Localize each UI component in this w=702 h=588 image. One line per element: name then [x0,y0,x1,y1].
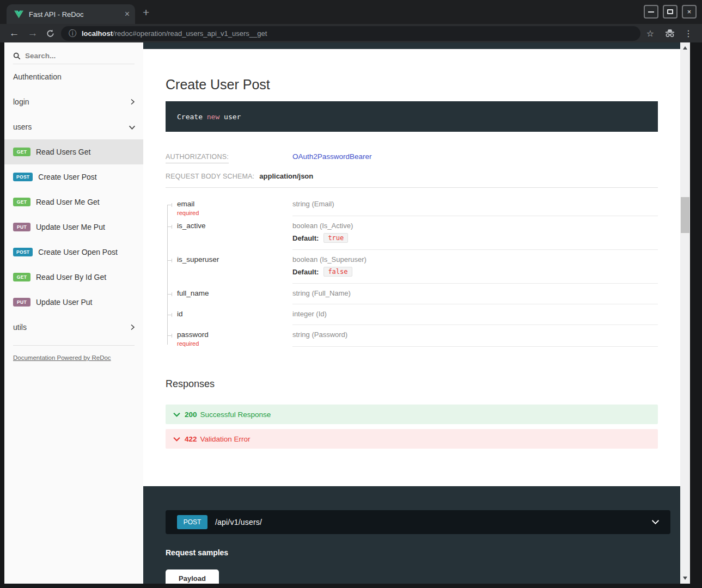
field-row-is-active: is_active boolean (Is_Active) Default: t… [166,216,658,250]
schema-fields-table: email required string (Email) is_active … [166,194,658,347]
http-method-badge: GET [13,273,30,281]
field-name: email [177,200,292,208]
field-row-full-name: full_name string (Full_Name) [166,284,658,304]
response-422-banner[interactable]: 422 Validation Error [166,429,658,449]
required-flag: required [177,210,292,216]
http-method-badge: GET [13,148,30,156]
oauth2-link[interactable]: OAuth2PasswordBearer [292,152,372,161]
sidebar-item-read-users-get[interactable]: GET Read Users Get [4,139,143,164]
chevron-down-icon [173,437,180,442]
response-code: 200 [185,411,197,419]
sidebar-item-update-user-me-put[interactable]: PUT Update User Me Put [4,215,143,240]
response-code: 422 [185,435,197,443]
sidebar-item-authentication[interactable]: Authentication [4,64,143,89]
tab-title: Fast API - ReDoc [29,10,125,19]
field-row-email: email required string (Email) [166,194,658,216]
url-host: localhost [82,29,113,38]
tab-close-icon[interactable]: × [125,10,130,19]
highlighted-token: new [207,113,219,121]
browser-tab[interactable]: Fast API - ReDoc × [7,4,135,24]
site-info-icon[interactable]: ⓘ [69,29,76,39]
http-method-badge: POST [177,515,207,529]
field-name: password [177,330,292,339]
field-name: is_active [177,222,292,230]
search-icon [13,52,21,60]
field-type: integer (Id) [292,310,658,318]
sidebar-item-create-user-post[interactable]: POST Create User Post [4,164,143,189]
chevron-right-icon [129,99,136,105]
response-label: Successful Response [200,411,271,419]
sidebar-item-read-user-me-get[interactable]: GET Read User Me Get [4,189,143,215]
default-value-chip: false [323,267,352,277]
chevron-down-icon [173,412,180,417]
field-row-id: id integer (Id) [166,304,658,325]
request-samples-title: Request samples [166,548,670,557]
sidebar: Search... Authentication login users GET… [4,42,143,584]
field-name: full_name [177,289,292,297]
http-method-badge: GET [13,198,30,206]
default-value-chip: true [323,233,348,243]
scrollbar-track[interactable] [680,42,690,584]
sidebar-item-update-user-put[interactable]: PUT Update User Put [4,290,143,315]
scrollbar-up-icon[interactable] [683,46,687,50]
chevron-right-icon [129,324,136,330]
field-name: id [177,310,292,318]
field-type: boolean (Is_Superuser) [292,255,658,264]
endpoint-path: /api/v1/users/ [215,518,262,526]
sidebar-item-utils[interactable]: utils [4,315,143,340]
favicon-vue-icon [14,10,23,19]
request-body-schema-row: REQUEST BODY SCHEMA: application/json [166,172,658,188]
sidebar-item-read-user-by-id-get[interactable]: GET Read User By Id Get [4,265,143,290]
chevron-down-icon [129,124,136,131]
sidebar-item-login[interactable]: login [4,89,143,114]
reload-icon[interactable] [42,26,58,41]
url-path: /redoc#operation/read_users_api_v1_users… [113,29,267,38]
operation-description-code: Create new user [166,101,658,132]
field-row-is-superuser: is_superuser boolean (Is_Superuser) Defa… [166,250,658,284]
close-button[interactable]: × [682,5,697,19]
default-label: Default: [292,234,319,242]
scrollbar-thumb[interactable] [681,197,689,233]
back-icon[interactable]: ← [7,26,22,41]
chevron-down-icon [651,519,660,525]
new-tab-button[interactable]: + [143,6,149,19]
http-method-badge: PUT [13,223,30,231]
field-row-password: password required string (Password) [166,325,658,347]
browser-menu-icon[interactable]: ⋮ [681,26,696,41]
authorizations-row: AUTHORIZATIONS: OAuth2PasswordBearer [166,151,658,161]
maximize-button[interactable] [663,5,677,19]
scrollbar-down-icon[interactable] [683,577,687,580]
tab-strip: Fast API - ReDoc × + × [0,0,702,24]
minimize-button[interactable] [644,5,658,19]
field-type: string (Password) [292,330,658,339]
previous-section-edge [143,42,680,49]
responses-heading: Responses [166,378,658,390]
url-bar[interactable]: ⓘ localhost/redoc#operation/read_users_a… [61,26,640,41]
schema-label: REQUEST BODY SCHEMA: [166,173,254,180]
default-label: Default: [292,268,319,276]
forward-icon[interactable]: → [25,26,40,41]
field-type: boolean (Is_Active) [292,222,658,230]
field-type: string (Full_Name) [292,289,658,297]
sidebar-item-users[interactable]: users [4,114,143,139]
endpoint-dropdown[interactable]: POST /api/v1/users/ [166,510,670,534]
field-name: is_superuser [177,255,292,264]
response-200-banner[interactable]: 200 Successful Response [166,405,658,424]
browser-toolbar: ← → ⓘ localhost/redoc#operation/read_use… [0,24,702,42]
search-placeholder: Search... [25,52,56,60]
bookmark-star-icon[interactable]: ☆ [643,26,658,41]
page-title: Create User Post [166,77,658,93]
authorizations-label: AUTHORIZATIONS: [166,153,229,163]
schema-content-type: application/json [259,172,313,180]
incognito-icon [662,26,677,41]
request-samples-panel: POST /api/v1/users/ Request samples Payl… [143,486,680,584]
http-method-badge: PUT [13,298,30,307]
sidebar-item-create-user-open-post[interactable]: POST Create User Open Post [4,240,143,265]
required-flag: required [177,340,292,347]
payload-tab[interactable]: Payload [166,569,219,584]
http-method-badge: POST [13,173,33,181]
http-method-badge: POST [13,248,33,256]
field-type: string (Email) [292,200,658,208]
search-input[interactable]: Search... [13,48,135,64]
redoc-footer-link[interactable]: Documentation Powered by ReDoc [13,354,111,361]
